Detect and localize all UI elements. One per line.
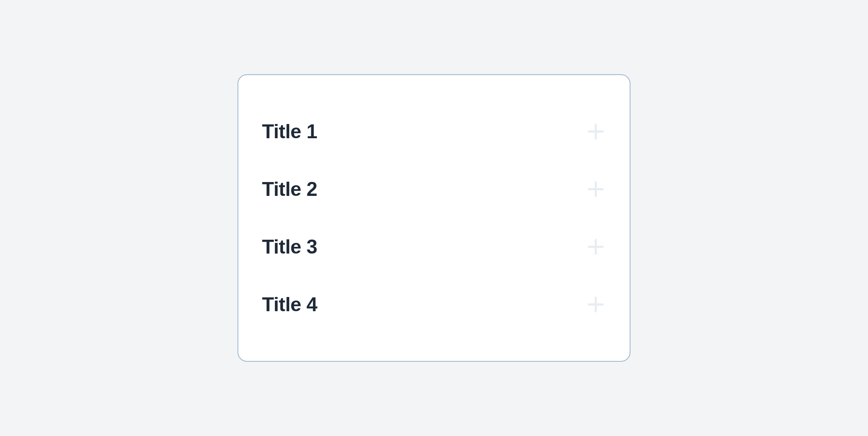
accordion-item-2[interactable]: Title 2 xyxy=(262,160,606,218)
accordion-title: Title 1 xyxy=(262,120,317,143)
accordion-title: Title 2 xyxy=(262,178,317,201)
plus-icon xyxy=(586,121,606,142)
accordion-item-4[interactable]: Title 4 xyxy=(262,276,606,333)
accordion-item-3[interactable]: Title 3 xyxy=(262,218,606,276)
accordion-item-1[interactable]: Title 1 xyxy=(262,103,606,160)
accordion-title: Title 4 xyxy=(262,293,317,316)
accordion-card: Title 1 Title 2 Title 3 Title 4 xyxy=(238,74,630,362)
plus-icon xyxy=(586,179,606,199)
plus-icon xyxy=(586,237,606,257)
accordion-title: Title 3 xyxy=(262,235,317,258)
plus-icon xyxy=(586,294,606,315)
